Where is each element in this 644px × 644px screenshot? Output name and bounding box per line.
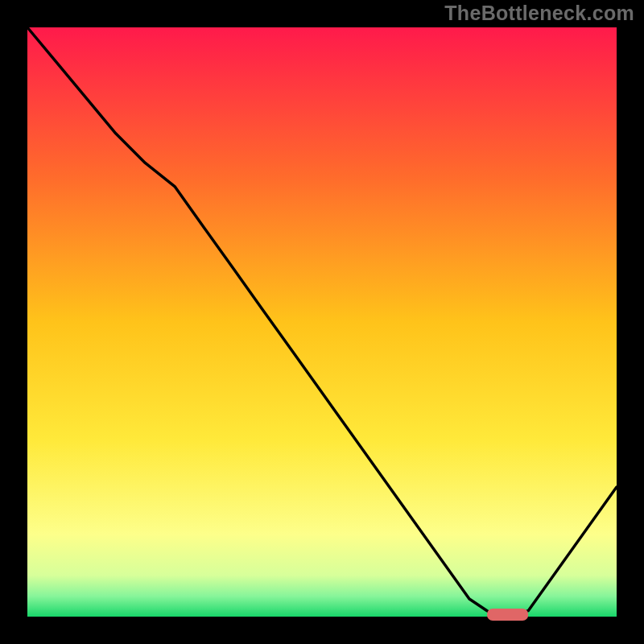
chart-svg: [0, 0, 644, 644]
bottleneck-chart: TheBottleneck.com: [0, 0, 644, 644]
chart-background: [27, 27, 617, 617]
watermark-text: TheBottleneck.com: [444, 2, 634, 25]
optimal-marker: [487, 609, 528, 621]
